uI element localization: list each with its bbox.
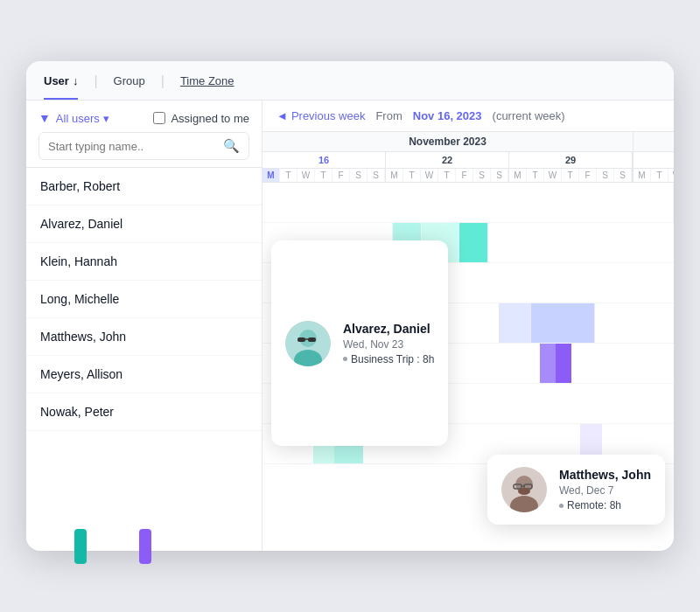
user-name-nowak: Nowak, Peter xyxy=(40,405,114,419)
day-W-today: W xyxy=(298,169,315,182)
day-M29: M xyxy=(509,169,527,182)
svg-rect-3 xyxy=(298,337,305,342)
svg-rect-4 xyxy=(308,337,316,342)
day-T22: T xyxy=(403,169,421,182)
indicator-teal xyxy=(74,529,87,564)
user-item-klein[interactable]: Klein, Hannah xyxy=(26,243,262,281)
search-box: 🔍 xyxy=(38,132,249,160)
tooltip-matthews-date: Wed, Dec 7 xyxy=(559,484,651,497)
app-container: User ↓ | Group | Time Zone ▼ All users ▾ xyxy=(26,61,674,551)
tab-user[interactable]: User ↓ xyxy=(44,74,78,100)
current-week-label: (current week) xyxy=(493,109,565,122)
user-name-alvarez: Alvarez, Daniel xyxy=(40,217,122,231)
bottom-indicators xyxy=(74,529,151,564)
tooltip-matthews-detail: Remote: 8h xyxy=(559,499,651,511)
tooltip-matthews-name: Matthews, John xyxy=(559,468,651,482)
day-W22: W xyxy=(421,169,438,182)
avatar-matthews xyxy=(501,467,547,512)
bullet-dot-1 xyxy=(343,357,347,361)
week-num-22: 22 xyxy=(386,152,508,169)
prev-week-label: Previous week xyxy=(291,109,366,122)
week-6-days: M T W T F S S xyxy=(634,169,674,182)
user-name-meyers: Meyers, Allison xyxy=(40,367,122,381)
main-content: ▼ All users ▾ Assigned to me 🔍 xyxy=(26,101,674,551)
day-M22: M xyxy=(386,169,403,182)
user-item-alvarez[interactable]: Alvarez, Daniel xyxy=(26,205,262,243)
user-name-long: Long, Michelle xyxy=(40,292,119,306)
tooltip-alvarez: Alvarez, Daniel Wed, Nov 23 Business Tri… xyxy=(271,240,448,446)
all-users-label: All users xyxy=(56,112,100,125)
tab-group-label: Group xyxy=(114,74,145,87)
tooltip-alvarez-date: Wed, Nov 23 xyxy=(343,338,434,351)
calendar-area: ◄ Previous week From Nov 16, 2023 (curre… xyxy=(262,101,674,551)
sort-icon: ↓ xyxy=(73,74,79,87)
assigned-to-me-label: Assigned to me xyxy=(171,112,249,125)
all-users-button[interactable]: All users ▾ xyxy=(56,112,109,125)
december-weeks: 6 M T W T F S S xyxy=(634,152,674,182)
day-F29: F xyxy=(579,169,597,182)
day-M6: M xyxy=(634,169,651,182)
week-29-days: M T W T F S S xyxy=(509,169,632,182)
week-16-days: M T W T F S S xyxy=(262,169,385,182)
november-block: November 2023 16 M T W T F S xyxy=(262,132,634,182)
day-S29b: S xyxy=(614,169,632,182)
search-icon[interactable]: 🔍 xyxy=(223,138,240,154)
day-T29b: T xyxy=(562,169,579,182)
indicator-purple xyxy=(139,529,151,564)
day-T29: T xyxy=(527,169,544,182)
day-S2: S xyxy=(368,169,385,182)
day-S22: S xyxy=(473,169,491,182)
day-S: S xyxy=(350,169,368,182)
user-name-barber: Barber, Robert xyxy=(40,179,120,193)
sidebar: ▼ All users ▾ Assigned to me 🔍 xyxy=(26,101,262,551)
user-item-barber[interactable]: Barber, Robert xyxy=(26,168,262,205)
svg-point-12 xyxy=(518,488,530,495)
user-item-nowak[interactable]: Nowak, Peter xyxy=(26,393,262,431)
tooltip-alvarez-name: Alvarez, Daniel xyxy=(343,322,434,336)
day-F22: F xyxy=(456,169,473,182)
user-item-matthews[interactable]: Matthews, John xyxy=(26,318,262,356)
user-item-meyers[interactable]: Meyers, Allison xyxy=(26,356,262,393)
week-22-days: M T W T F S S xyxy=(386,169,508,182)
day-W29: W xyxy=(544,169,562,182)
november-label: November 2023 xyxy=(262,132,633,152)
grid-row-barber xyxy=(262,183,674,223)
day-T6: T xyxy=(651,169,668,182)
bullet-dot-2 xyxy=(559,504,564,508)
assigned-to-me-checkbox-container: Assigned to me xyxy=(153,112,249,125)
current-date: Nov 16, 2023 xyxy=(413,109,482,122)
week-6: 6 M T W T F S S xyxy=(634,152,674,182)
user-name-matthews: Matthews, John xyxy=(40,330,126,344)
calendar-nav: ◄ Previous week From Nov 16, 2023 (curre… xyxy=(262,101,674,132)
tab-divider-1: | xyxy=(94,73,97,100)
day-M: M xyxy=(262,169,280,182)
tooltip-alvarez-detail: Business Trip : 8h xyxy=(343,353,434,365)
avatar-alvarez xyxy=(285,321,331,366)
day-W6: W xyxy=(668,169,674,182)
filter-row: ▼ All users ▾ Assigned to me xyxy=(38,111,249,125)
filter-icon: ▼ xyxy=(38,111,51,125)
tooltip-alvarez-info: Alvarez, Daniel Wed, Nov 23 Business Tri… xyxy=(343,322,434,365)
user-name-klein: Klein, Hannah xyxy=(40,254,117,268)
tab-timezone[interactable]: Time Zone xyxy=(180,74,234,100)
day-S22b: S xyxy=(491,169,508,182)
november-weeks: 16 M T W T F S S xyxy=(262,152,633,182)
sidebar-filters: ▼ All users ▾ Assigned to me 🔍 xyxy=(26,101,262,168)
search-input[interactable] xyxy=(48,140,216,153)
header-tabs: User ↓ | Group | Time Zone xyxy=(26,61,674,101)
user-list: Barber, Robert Alvarez, Daniel Klein, Ha… xyxy=(26,168,262,551)
december-block: December 20 6 M T W T F S xyxy=(634,132,674,182)
user-item-long[interactable]: Long, Michelle xyxy=(26,281,262,318)
week-num-16: 16 xyxy=(262,152,385,169)
assigned-to-me-checkbox[interactable] xyxy=(153,112,165,124)
week-num-29: 29 xyxy=(509,152,632,169)
week-22: 22 M T W T F S S xyxy=(386,152,509,182)
day-T: T xyxy=(280,169,298,182)
chevron-down-icon: ▾ xyxy=(103,112,109,125)
prev-week-button[interactable]: ◄ Previous week xyxy=(276,109,365,122)
tab-user-label: User xyxy=(44,74,69,87)
tab-group[interactable]: Group xyxy=(114,74,145,100)
calendar-header: November 2023 16 M T W T F S xyxy=(262,132,674,183)
tooltip-matthews-info: Matthews, John Wed, Dec 7 Remote: 8h xyxy=(559,468,651,511)
december-label: December 20 xyxy=(634,132,674,152)
